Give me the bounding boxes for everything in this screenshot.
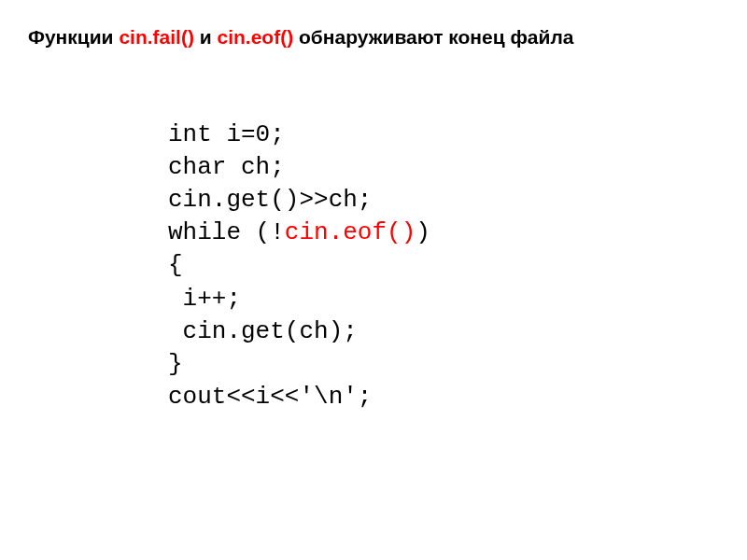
heading-prefix: Функции xyxy=(28,26,119,48)
code-line-3: cin.get()>>ch; xyxy=(168,186,372,214)
code-line-2: char ch; xyxy=(168,153,285,181)
heading-func2: cin.eof() xyxy=(217,26,293,48)
code-line-5: { xyxy=(168,251,183,279)
code-line-6: i++; xyxy=(168,285,241,313)
heading-func1: cin.fail() xyxy=(119,26,194,48)
code-line-4-c: ) xyxy=(416,218,430,246)
slide-heading: Функции cin.fail() и cin.eof() обнаружив… xyxy=(28,26,719,49)
code-line-4-a: while (! xyxy=(168,218,285,246)
code-line-8: } xyxy=(168,350,183,378)
code-line-9: cout<<i<<'\n'; xyxy=(168,383,372,411)
heading-mid: и xyxy=(194,26,218,48)
heading-suffix: обнаруживают конец файла xyxy=(293,26,573,48)
code-block: int i=0; char ch; cin.get()>>ch; while (… xyxy=(168,86,719,413)
code-line-1: int i=0; xyxy=(168,120,285,148)
code-line-7: cin.get(ch); xyxy=(168,317,358,345)
code-line-4-b: cin.eof() xyxy=(285,218,416,246)
